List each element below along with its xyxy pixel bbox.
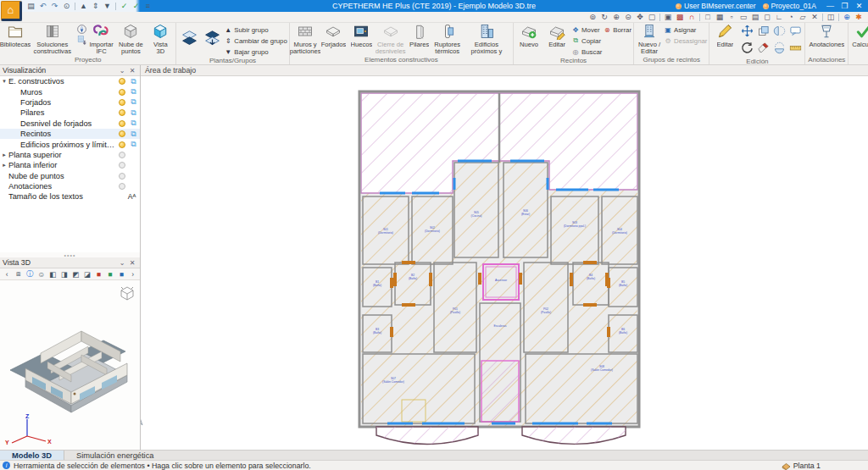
info-icon[interactable]: ⓘ (25, 269, 36, 279)
ribbon-button-borrar[interactable]: ⊗Borrar (603, 25, 632, 35)
ribbon-tool-therm[interactable] (76, 36, 87, 46)
green-plane-icon[interactable]: ■ (105, 270, 116, 279)
snap-box-icon[interactable]: ◻ (761, 13, 773, 21)
ribbon-button-copiar[interactable]: ⧉Copiar (571, 36, 602, 46)
check-q-icon[interactable]: ✓ (131, 2, 142, 10)
pan-icon[interactable]: ✥ (634, 13, 646, 21)
snap-mid-icon[interactable]: ▤ (749, 13, 761, 21)
door[interactable] (519, 273, 522, 285)
zoom-icon[interactable]: ⊙ (61, 2, 72, 10)
ribbon-tool-comment[interactable] (787, 25, 803, 41)
project-name[interactable]: Proyecto_01A (763, 2, 816, 10)
tab-simulacion-energetica[interactable]: Simulación energética (64, 451, 165, 460)
layer-copy-icon[interactable]: ⧉ (129, 77, 138, 86)
door[interactable] (583, 303, 597, 307)
tree-item-anotaciones[interactable]: Anotaciones (0, 181, 140, 191)
panel-close-icon[interactable]: ✕ (127, 259, 137, 267)
tree-item-nube-de-puntos[interactable]: Nube de puntos (0, 171, 140, 181)
ribbon-button-bibliotecas[interactable]: Bibliotecas (2, 24, 29, 48)
ribbon-button-anotaciones[interactable]: Anotaciones (807, 24, 846, 48)
floor-plan[interactable]: S01(Dormitorio)S02(Dormitorio)S05(Cocina… (354, 90, 644, 450)
ribbon-tool-ruler[interactable] (787, 41, 803, 58)
visibility-bulb-icon[interactable] (119, 89, 125, 96)
ribbon-button-nuevo[interactable]: Nuevo (515, 24, 542, 48)
expander-icon[interactable]: ▸ (0, 152, 8, 158)
ribbon-button-nuevo-editar[interactable]: Nuevo / Editar (636, 24, 663, 55)
ribbon-button-pilares[interactable]: Pilares (406, 24, 433, 48)
web-icon[interactable]: ⊕ (841, 13, 853, 21)
expander-icon[interactable]: ▾ (0, 78, 8, 85)
door[interactable] (429, 273, 432, 286)
cube-orbit-icon[interactable]: ◩ (70, 270, 81, 279)
ribbon-button-bajar-grupo[interactable]: ▼Bajar grupo (224, 47, 287, 57)
ribbon-button-muros-y-particiones[interactable]: Muros y particiones (292, 24, 320, 55)
layer-copy-icon[interactable]: ⧉ (129, 97, 138, 107)
orbit-icon[interactable]: ↻ (598, 13, 610, 21)
layer-copy-icon[interactable]: ⧉ (129, 140, 138, 149)
text-size-icon[interactable]: Aᴬ (125, 192, 138, 201)
ribbon-tool-floors[interactable] (178, 24, 200, 56)
ribbon-tool-mirrorh[interactable] (771, 41, 787, 58)
next-view-icon[interactable]: › (128, 270, 139, 279)
door[interactable] (402, 261, 415, 264)
cube-axis-icon[interactable]: ◪ (82, 270, 93, 279)
cube-view-icon[interactable]: ◧ (47, 270, 58, 279)
bimserver-user[interactable]: User BIMserver.center (676, 2, 756, 10)
about-icon[interactable]: ✱ (853, 13, 865, 21)
layer-copy-icon[interactable]: ⧉ (129, 130, 138, 139)
magnet-icon[interactable]: ∩ (686, 13, 698, 21)
undo-icon[interactable]: ↶ (37, 2, 48, 10)
door[interactable] (607, 327, 610, 337)
layer-copy-icon[interactable]: ⧉ (129, 119, 138, 128)
ribbon-tool-mirrorv[interactable] (771, 25, 787, 41)
zoom-in-icon[interactable]: ⊕ (610, 13, 622, 21)
frame-icon[interactable]: □ (702, 13, 714, 21)
minimize-button[interactable]: — (823, 2, 837, 10)
panel-collapse-icon[interactable]: ⌄ (117, 259, 127, 267)
zoom-out-icon[interactable]: ⊝ (622, 13, 634, 21)
visibility-bulb-icon[interactable] (119, 183, 125, 190)
door[interactable] (390, 327, 393, 337)
tree-item-e-constructivos[interactable]: ▾E. constructivos⧉ (0, 76, 140, 86)
door[interactable] (607, 278, 610, 288)
save-icon[interactable]: ▤ (25, 2, 36, 10)
fit-screen-icon[interactable]: ▢ (646, 13, 658, 21)
tree-item-muros[interactable]: Muros⧉ (0, 86, 140, 97)
ribbon-button-subir-grupo[interactable]: ▲Subir grupo (224, 25, 287, 35)
snap-line-icon[interactable]: ▭ (737, 13, 749, 21)
plant-indicator[interactable]: Planta 1 (782, 461, 821, 470)
visibility-bulb-icon[interactable] (119, 78, 125, 85)
panel-close-icon[interactable]: ✕ (127, 67, 137, 75)
ribbon-button-editar[interactable]: Editar (711, 24, 738, 48)
ribbon-button-soluciones-constructivas[interactable]: Soluciones constructivas (30, 24, 75, 55)
panel-collapse-icon[interactable]: ⌄ (117, 67, 127, 75)
cube-edit-icon[interactable]: ◨ (59, 270, 70, 279)
snap-off-icon[interactable]: ✕ (809, 13, 821, 21)
ribbon-button-calcular[interactable]: Calcular (850, 24, 868, 48)
menu-icon[interactable]: ≡ (142, 2, 153, 10)
ribbon-button-asignar[interactable]: ▣Asignar (664, 25, 707, 35)
app-menu-button[interactable]: ⌂ (1, 1, 22, 21)
close-button[interactable]: ✕ (852, 2, 866, 10)
hatch-icon[interactable]: ▩ (674, 13, 686, 21)
blue-plane-icon[interactable]: ■ (116, 270, 127, 279)
visibility-bulb-icon[interactable] (119, 162, 125, 169)
visibility-bulb-icon[interactable] (119, 130, 125, 137)
grid-icon[interactable]: ▦ (714, 13, 726, 21)
ribbon-button-importar-ifc[interactable]: Importar IFC (88, 24, 115, 55)
redo-icon[interactable]: ↷ (49, 2, 60, 10)
ribbon-button-forjados[interactable]: Forjados (320, 24, 347, 48)
tree-item-desnivel-de-forjados[interactable]: Desnivel de forjados⧉ (0, 119, 140, 129)
ribbon-button-ruptores-t-rmicos[interactable]: Ruptores térmicos (434, 24, 461, 55)
view-cube-icon[interactable] (120, 285, 135, 301)
door[interactable] (393, 273, 397, 286)
ribbon-button-huecos[interactable]: Huecos (348, 24, 375, 48)
ribbon-button-buscar[interactable]: ◎Buscar (571, 47, 602, 57)
snap-angle-icon[interactable]: ◔ (785, 13, 797, 21)
layer-copy-icon[interactable]: ⧉ (129, 87, 138, 97)
expander-icon[interactable]: ▸ (0, 162, 8, 169)
background-icon[interactable]: ▣ (662, 13, 674, 21)
drawing-canvas[interactable]: S01(Dormitorio)S02(Dormitorio)S05(Cocina… (141, 76, 868, 450)
ribbon-button-vista-3d[interactable]: Vista 3D (147, 24, 174, 55)
door[interactable] (583, 261, 597, 264)
